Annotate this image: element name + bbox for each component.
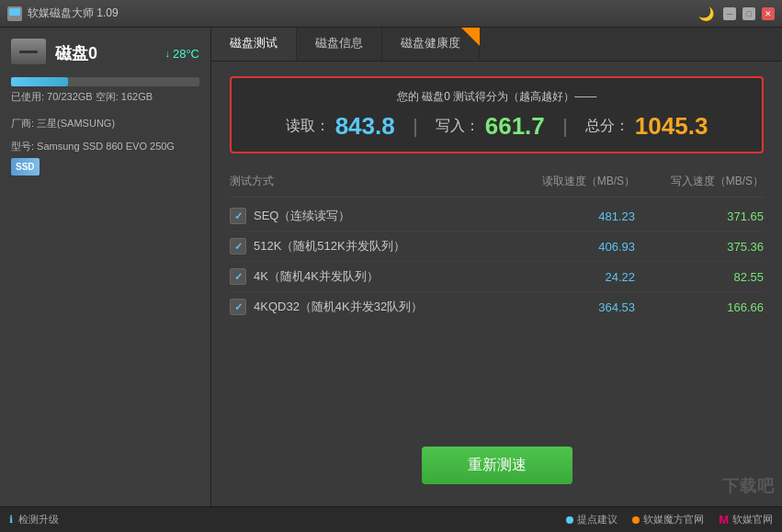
retest-button[interactable]: 重新测速 (422, 447, 572, 484)
suggestion-label[interactable]: 提点建议 (577, 513, 618, 526)
check-icon: ✓ (234, 301, 243, 313)
status-mofang: 软媒魔方官网 (632, 513, 704, 526)
orange-corner-decoration (461, 28, 480, 46)
ssd-badge: SSD (11, 158, 40, 175)
table-header: 测试方式 读取速度（MB/S） 写入速度（MB/S） (230, 170, 764, 198)
svg-rect-0 (9, 8, 20, 16)
disk-icon (11, 39, 48, 68)
header-read-speed: 读取速度（MB/S） (488, 174, 635, 189)
close-button[interactable]: ✕ (762, 7, 775, 20)
write-4kqd32: 166.66 (635, 300, 764, 314)
button-area: 重新测速 (230, 434, 764, 492)
tab-disk-health-container: 磁盘健康度 (382, 28, 480, 61)
write-label: 写入： (436, 117, 480, 136)
divider-2: ｜ (556, 114, 574, 139)
score-title: 您的 磁盘0 测试得分为（越高越好）—— (250, 89, 743, 105)
info-icon: ℹ (9, 514, 13, 526)
usage-text: 已使用: 70/232GB 空闲: 162GB (11, 90, 199, 104)
disk-model: 型号: Samsung SSD 860 EVO 250G SSD (11, 138, 199, 176)
m-icon: M (719, 513, 729, 526)
total-label: 总分： (585, 117, 629, 136)
table-row: ✓ 512K（随机512K并发队列） 406.93 375.36 (230, 232, 764, 262)
maximize-button[interactable]: □ (742, 7, 755, 20)
checkbox-512k[interactable]: ✓ (230, 238, 246, 255)
check-icon: ✓ (234, 210, 243, 222)
minimize-button[interactable]: ─ (723, 7, 736, 20)
temperature-value: 28°C (173, 47, 199, 61)
status-left: ℹ 检测升级 (9, 513, 566, 526)
usage-bar-background (11, 77, 199, 86)
disk-header: 磁盘0 ↓ 28°C (11, 39, 199, 68)
title-bar: 软媒磁盘大师 1.09 🌙 ─ □ ✕ (0, 0, 782, 28)
divider-1: ｜ (406, 114, 425, 139)
method-seq: SEQ（连续读写） (254, 208, 488, 224)
theme-toggle-button[interactable]: 🌙 (698, 6, 714, 21)
left-panel: 磁盘0 ↓ 28°C 已使用: 70/232GB 空闲: 162GB 厂商: 三… (0, 28, 211, 506)
table-row: ✓ 4K（随机4K并发队列） 24.22 82.55 (230, 262, 764, 292)
read-seq: 481.23 (488, 209, 635, 223)
status-dot-icon (566, 516, 573, 524)
read-label: 读取： (286, 117, 330, 136)
temp-arrow-icon: ↓ (164, 48, 170, 59)
mofang-label[interactable]: 软媒魔方官网 (643, 513, 704, 526)
tab-disk-info[interactable]: 磁盘信息 (297, 28, 382, 61)
header-write-speed: 写入速度（MB/S） (635, 174, 764, 189)
write-score: 661.7 (485, 112, 545, 141)
test-table: 测试方式 读取速度（MB/S） 写入速度（MB/S） ✓ SEQ（连续读写） 4… (230, 170, 764, 434)
write-512k: 375.36 (635, 240, 764, 254)
header-method: 测试方式 (230, 174, 488, 189)
ruanmei-label[interactable]: 软媒官网 (732, 513, 773, 526)
method-512k: 512K（随机512K并发队列） (254, 238, 488, 255)
content-area: 您的 磁盘0 测试得分为（越高越好）—— 读取： 843.8 ｜ 写入： 661… (211, 62, 782, 506)
score-box: 您的 磁盘0 测试得分为（越高越好）—— 读取： 843.8 ｜ 写入： 661… (230, 76, 764, 153)
read-score: 843.8 (335, 112, 395, 141)
usage-bar-fill (11, 77, 68, 86)
update-check-label[interactable]: 检测升级 (18, 513, 59, 526)
status-right: 提点建议 软媒魔方官网 M 软媒官网 (566, 513, 773, 526)
status-bar: ℹ 检测升级 提点建议 软媒魔方官网 M 软媒官网 (0, 506, 782, 532)
tab-bar: 磁盘测试 磁盘信息 磁盘健康度 (211, 28, 782, 62)
method-4k: 4K（随机4K并发队列） (254, 268, 488, 285)
write-seq: 371.65 (635, 209, 764, 223)
checkbox-4k[interactable]: ✓ (230, 268, 246, 285)
main-layout: 磁盘0 ↓ 28°C 已使用: 70/232GB 空闲: 162GB 厂商: 三… (0, 28, 782, 506)
check-icon: ✓ (234, 271, 243, 283)
window-controls: 🌙 ─ □ ✕ (698, 6, 775, 21)
right-panel: 磁盘测试 磁盘信息 磁盘健康度 您的 磁盘0 测试得分为（越高越好）—— 读取：… (211, 28, 782, 506)
app-title: 软媒磁盘大师 1.09 (28, 6, 698, 21)
status-ruanmei: M 软媒官网 (719, 513, 773, 526)
checkbox-seq[interactable]: ✓ (230, 208, 246, 224)
read-4k: 24.22 (488, 270, 635, 284)
app-icon (7, 6, 22, 21)
status-dot-icon2 (632, 516, 640, 524)
write-4k: 82.55 (635, 270, 764, 284)
disk-name: 磁盘0 (55, 42, 97, 64)
read-512k: 406.93 (488, 240, 635, 254)
status-suggestion: 提点建议 (566, 513, 618, 526)
table-row: ✓ SEQ（连续读写） 481.23 371.65 (230, 201, 764, 232)
temperature-display: ↓ 28°C (164, 47, 199, 61)
read-4kqd32: 364.53 (488, 300, 635, 314)
disk-manufacturer: 厂商: 三星(SAMSUNG) (11, 115, 199, 132)
table-row: ✓ 4KQD32（随机4K并发32队列） 364.53 166.66 (230, 292, 764, 322)
score-values: 读取： 843.8 ｜ 写入： 661.7 ｜ 总分： 1045.3 (250, 112, 743, 141)
svg-rect-1 (9, 17, 20, 19)
checkbox-4kqd32[interactable]: ✓ (230, 299, 246, 315)
tab-disk-test[interactable]: 磁盘测试 (211, 28, 297, 61)
check-icon: ✓ (234, 241, 243, 253)
total-score: 1045.3 (635, 112, 708, 141)
usage-bar-container: 已使用: 70/232GB 空闲: 162GB (11, 77, 199, 104)
method-4kqd32: 4KQD32（随机4K并发32队列） (254, 299, 488, 315)
